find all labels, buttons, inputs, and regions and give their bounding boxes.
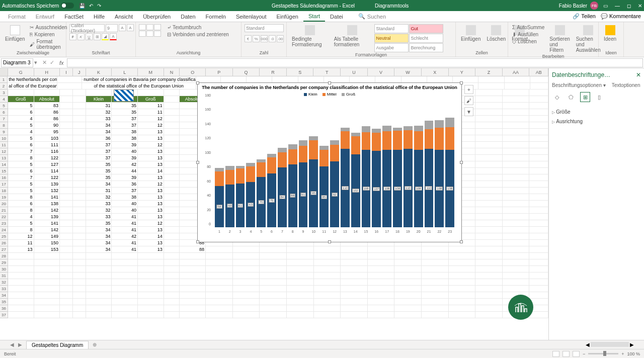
tab-seitenlayout[interactable]: Seitenlayout	[231, 12, 272, 21]
chart-legend[interactable]: Klein Mittel Groß	[198, 92, 461, 97]
bar-stack[interactable]: 581	[215, 168, 224, 227]
data-label[interactable]: 61	[237, 204, 243, 208]
col-header[interactable]: U	[341, 68, 368, 76]
cell[interactable]: al office of the European Union	[8, 83, 57, 89]
cell[interactable]	[73, 312, 86, 318]
row-header[interactable]: 16	[0, 174, 8, 181]
row-header[interactable]: 10	[0, 135, 8, 142]
cell[interactable]	[206, 246, 233, 253]
cell[interactable]: 37	[112, 188, 138, 194]
cell[interactable]	[8, 266, 34, 273]
cell[interactable]	[138, 253, 164, 259]
cell[interactable]: 13	[138, 148, 164, 155]
autosave-toggle[interactable]	[61, 3, 74, 9]
chart-filter-icon[interactable]: ▼	[464, 107, 473, 116]
cell[interactable]	[394, 292, 422, 299]
cell[interactable]	[475, 161, 503, 168]
row-header[interactable]: 11	[0, 142, 8, 148]
cancel-formula-icon[interactable]: ✕	[42, 59, 47, 66]
cell[interactable]: 34	[86, 246, 112, 253]
cell[interactable]	[60, 253, 73, 259]
cell[interactable]	[422, 253, 449, 259]
cell[interactable]	[368, 305, 395, 312]
cell[interactable]	[422, 246, 449, 253]
cell[interactable]	[503, 279, 530, 286]
row-header[interactable]: 4	[0, 96, 8, 103]
cell[interactable]	[314, 299, 341, 305]
bar-stack[interactable]: 10716	[372, 129, 381, 227]
row-header[interactable]: 20	[0, 201, 8, 207]
cell[interactable]	[314, 312, 341, 318]
data-label[interactable]: 108	[415, 187, 422, 191]
row-header[interactable]: 28	[0, 253, 8, 259]
cell[interactable]: 35	[86, 161, 112, 168]
cell[interactable]: 5	[8, 220, 34, 227]
cell[interactable]: 36	[112, 181, 138, 188]
cell[interactable]	[8, 305, 34, 312]
data-label[interactable]: 88	[290, 194, 295, 198]
cell[interactable]	[503, 181, 530, 188]
cell[interactable]	[368, 279, 395, 286]
cell[interactable]	[112, 286, 138, 292]
row-header[interactable]: 24	[0, 227, 8, 233]
size-section[interactable]: Größe	[552, 107, 641, 117]
row-header[interactable]: 34	[0, 292, 8, 299]
cell[interactable]	[164, 174, 180, 181]
cell[interactable]	[503, 161, 530, 168]
bar-stack[interactable]: 10815	[362, 126, 371, 227]
cell[interactable]	[394, 312, 422, 318]
cell[interactable]: 35	[112, 109, 138, 116]
cell[interactable]	[180, 253, 206, 259]
increase-font-icon[interactable]: A	[119, 24, 126, 31]
fx-icon[interactable]: fx	[59, 60, 64, 66]
maximize-icon[interactable]: ◻	[627, 3, 631, 9]
cell[interactable]	[529, 135, 548, 142]
cell[interactable]	[112, 279, 138, 286]
cell[interactable]: 90	[34, 122, 60, 129]
cell[interactable]	[475, 116, 503, 122]
cell[interactable]	[73, 227, 86, 233]
col-header[interactable]: L	[112, 68, 138, 76]
cell[interactable]: 122	[34, 155, 60, 161]
save-icon[interactable]: 💾	[79, 3, 85, 9]
data-label[interactable]: 110	[405, 186, 412, 190]
cell[interactable]: 8	[8, 207, 34, 214]
cell[interactable]	[449, 286, 476, 292]
close-pane-icon[interactable]: ✕	[636, 71, 641, 78]
merge-center-button[interactable]: ⊟ Verbinden und zentrieren	[166, 31, 230, 38]
hscroll-right[interactable]: ▶	[630, 342, 634, 347]
row-header[interactable]: 30	[0, 266, 8, 273]
cell[interactable]: 139	[34, 214, 60, 220]
cell[interactable]	[164, 253, 180, 259]
cell[interactable]	[475, 103, 503, 109]
cell[interactable]	[73, 279, 86, 286]
format-painter-button[interactable]: 🖌 Format übertragen	[29, 38, 68, 50]
cell[interactable]	[475, 266, 503, 273]
cell[interactable]	[8, 259, 34, 266]
cell[interactable]: 13	[138, 174, 164, 181]
row-header[interactable]: 6	[0, 109, 8, 116]
cell[interactable]: 14	[138, 233, 164, 240]
cell[interactable]	[60, 181, 73, 188]
cell[interactable]: 11	[138, 103, 164, 109]
cell[interactable]	[206, 292, 233, 299]
cell[interactable]	[86, 89, 112, 96]
cell[interactable]: 5	[8, 103, 34, 109]
cell[interactable]	[34, 273, 60, 279]
bar-stack[interactable]: 10817	[382, 126, 391, 227]
select-all-corner[interactable]	[0, 68, 8, 76]
row-header[interactable]: 5	[0, 103, 8, 109]
cell[interactable]	[73, 305, 86, 312]
cell[interactable]	[8, 253, 34, 259]
font-size-combo[interactable]: 9	[106, 24, 118, 32]
hscroll-left[interactable]: ◀	[586, 342, 590, 347]
cell[interactable]	[206, 312, 233, 318]
cell[interactable]	[164, 312, 180, 318]
cell[interactable]	[529, 292, 548, 299]
sheet-nav-next-icon[interactable]: ▶	[18, 342, 22, 347]
cell[interactable]	[60, 266, 73, 273]
col-header[interactable]: Y	[449, 68, 476, 76]
cell[interactable]	[164, 201, 180, 207]
cell[interactable]: 42	[112, 233, 138, 240]
cell[interactable]	[475, 96, 503, 103]
